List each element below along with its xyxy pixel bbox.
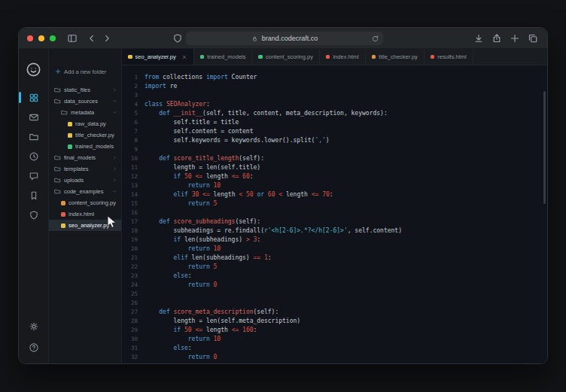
line-number: 13: [122, 181, 145, 190]
code-line: 8 self.keywords = keywords.lower().split…: [122, 136, 547, 145]
tree-folder-metadata[interactable]: metadata: [49, 107, 121, 118]
code-line: 23 else:: [122, 272, 547, 281]
line-number: 3: [122, 91, 145, 100]
code-line: 6 self.title = title: [122, 118, 547, 127]
rail-item-settings[interactable]: [24, 318, 44, 335]
tab-results.html[interactable]: results.html: [424, 49, 473, 65]
tree-folder-data_sources[interactable]: data_sources: [49, 96, 121, 107]
chevron-right-icon: [112, 155, 117, 160]
folder-icon: [54, 87, 61, 93]
tree-file-seo_analyzer.py[interactable]: seo_analyzer.py: [49, 220, 121, 231]
line-number: 19: [122, 236, 145, 245]
code-line: 17 def score_subheadings(self):: [122, 217, 547, 226]
editor-scrollbar[interactable]: [543, 91, 546, 204]
tree-item-label: data_sources: [64, 98, 98, 105]
line-number: 22: [122, 263, 145, 272]
code-line: 25: [122, 290, 547, 299]
tree-file-raw_data.py[interactable]: raw_data.py: [49, 118, 121, 129]
rail-item-apps[interactable]: [24, 89, 44, 106]
line-number: 7: [122, 127, 145, 136]
rail-item-bookmark[interactable]: [24, 187, 44, 204]
privacy-shield-icon[interactable]: [172, 33, 183, 44]
tree-item-label: code_examples: [64, 188, 104, 195]
tree-file-trained_models[interactable]: trained_models: [49, 141, 121, 152]
code-line: 21 elif len(subheadings) == 1:: [122, 254, 547, 263]
line-number: 27: [122, 308, 145, 317]
chevron-right-icon: [112, 87, 117, 93]
code-line: 32 return 0: [122, 353, 547, 362]
tree-item-label: metadata: [71, 109, 94, 116]
tree-folder-static_files[interactable]: static_files: [49, 84, 121, 96]
rail-item-folder[interactable]: [24, 128, 44, 145]
apps-icon: [29, 93, 39, 103]
code-line: 16: [122, 208, 547, 217]
editor-pane: seo_analyzer.pytrained_modelscontent_sco…: [122, 49, 547, 363]
close-window-button[interactable]: [27, 35, 33, 41]
rail-item-logo[interactable]: [24, 58, 44, 81]
tab-label: results.html: [437, 53, 466, 60]
tree-folder-uploads[interactable]: uploads: [49, 175, 121, 186]
code-area[interactable]: 1from collections import Counter2import …: [122, 65, 547, 363]
line-number: 23: [122, 272, 145, 281]
code-text: def score_title_length(self):: [145, 154, 264, 163]
rail-item-help[interactable]: [24, 339, 44, 356]
sidebar-toggle-icon[interactable]: [67, 33, 78, 44]
tree-folder-final_models[interactable]: final_models: [49, 152, 121, 163]
line-number: 10: [122, 154, 145, 163]
folder-icon: [54, 188, 61, 195]
browser-chrome: brand.codecraft.co: [19, 28, 547, 49]
tree-file-title_checker.py[interactable]: title_checker.py: [49, 129, 121, 141]
tab-overview-icon[interactable]: [528, 33, 538, 44]
rail-item-shield[interactable]: [24, 206, 44, 223]
tab-content_scoring.py[interactable]: content_scoring.py: [252, 49, 319, 65]
tree-item-label: trained_models: [75, 143, 114, 150]
file-type-icon: [68, 144, 72, 149]
chevron-right-icon: [112, 178, 117, 183]
code-text: def __init__(self, title, content, meta_…: [145, 109, 388, 118]
line-number: 14: [122, 190, 145, 199]
new-tab-icon[interactable]: [510, 33, 520, 44]
code-text: class SEOAnalyzer:: [145, 100, 210, 109]
tree-file-index.html[interactable]: index.html: [49, 208, 121, 220]
rail-item-history[interactable]: [24, 147, 44, 165]
code-text: length = len(self.meta_description): [145, 317, 300, 326]
code-line: 10 def score_title_length(self):: [122, 154, 547, 163]
tab-file-icon: [200, 55, 205, 59]
rail-item-chat[interactable]: [24, 167, 44, 184]
back-icon[interactable]: [87, 33, 97, 44]
tab-trained_models[interactable]: trained_models: [194, 49, 253, 65]
add-folder-button[interactable]: Add a new folder: [49, 65, 121, 77]
line-number: 28: [122, 317, 145, 326]
tree-item-label: final_models: [64, 154, 96, 161]
code-text: return 10: [145, 335, 221, 344]
address-bar[interactable]: brand.codecraft.co: [186, 32, 383, 45]
mail-icon: [29, 112, 39, 123]
line-number: 15: [122, 199, 145, 208]
tab-index.html[interactable]: index.html: [320, 49, 366, 65]
folder-icon: [54, 98, 61, 105]
rail-bottom: [24, 318, 44, 356]
code-line: 3: [122, 91, 547, 100]
code-text: return 0: [145, 281, 217, 290]
code-text: else:: [145, 344, 192, 353]
tab-seo_analyzer.py[interactable]: seo_analyzer.py: [122, 49, 194, 65]
downloads-icon[interactable]: [473, 33, 484, 44]
minimize-window-button[interactable]: [38, 35, 44, 41]
tree-folder-code_examples[interactable]: code_examples: [49, 186, 121, 197]
line-number: 5: [122, 109, 145, 118]
tree-file-content_scoring.py[interactable]: content_scoring.py: [49, 197, 121, 208]
reload-icon[interactable]: [371, 35, 379, 43]
code-line: 7 self.content = content: [122, 127, 547, 136]
forward-icon[interactable]: [102, 33, 112, 44]
rail-top: [24, 58, 44, 223]
rail-item-mail[interactable]: [24, 108, 44, 126]
tab-title_checker.py[interactable]: title_checker.py: [366, 49, 424, 65]
url-text: brand.codecraft.co: [262, 35, 318, 42]
code-line: 20 return 10: [122, 245, 547, 254]
line-number: 26: [122, 299, 145, 308]
close-tab-icon[interactable]: [181, 54, 187, 60]
zoom-window-button[interactable]: [50, 35, 56, 41]
share-icon[interactable]: [491, 33, 502, 44]
tree-folder-templates[interactable]: templates: [49, 163, 121, 175]
tab-bar: seo_analyzer.pytrained_modelscontent_sco…: [122, 49, 547, 65]
